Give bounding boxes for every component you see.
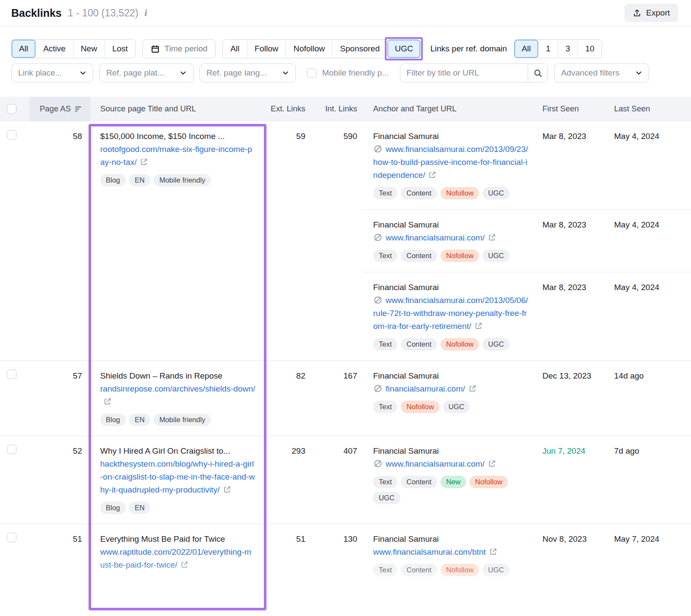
select-all-checkbox[interactable] [7, 104, 16, 114]
column-header-anchor[interactable]: Anchor and Target URL [363, 97, 542, 121]
backlink-tags: TextContentNofollowUGC [373, 564, 529, 576]
tab-sponsored[interactable]: Sponsored [332, 40, 387, 58]
anchor-cell: Financial Samurai www.financialsamurai.c… [363, 533, 542, 576]
column-header-source[interactable]: Source page Title and URL [91, 97, 266, 121]
source-page-title: Why I Hired A Girl On Craigslist to... [100, 445, 256, 458]
attribute-badge: EN [129, 174, 150, 186]
first-seen-header-label: First Seen [542, 104, 579, 114]
source-page-url-link[interactable]: hackthesystem.com/blog/why-i-hired-a-gir… [100, 459, 255, 494]
external-link-icon [139, 158, 148, 166]
link-placement-label: Link place... [18, 68, 62, 78]
nofollow-icon [373, 144, 383, 154]
page-as-value: 52 [29, 436, 91, 524]
backlink-entries: Financial Samurai www.financialsamurai.c… [363, 436, 691, 524]
backlinks-table: Page AS Source page Title and URL Ext. L… [0, 97, 691, 586]
backlink-entries: Financial Samurai financialsamurai.com/ … [363, 361, 691, 436]
info-icon[interactable]: i [144, 7, 147, 19]
row-checkbox[interactable] [7, 370, 16, 379]
target-url-link[interactable]: www.financialsamurai.com/btnt [373, 547, 498, 556]
last-seen-value: 14d ago [614, 370, 691, 413]
backlink-entries: Financial Samurai www.financialsamurai.c… [363, 121, 691, 360]
nofollow-badge: Nofollow [469, 476, 508, 488]
int-links-value: 130 [310, 524, 363, 586]
attribute-badge: UGC [443, 401, 470, 413]
link-placement-dropdown[interactable]: Link place... [11, 63, 93, 82]
nofollow-badge: Nofollow [441, 250, 479, 262]
source-url-line: www.raptitude.com/2022/01/everything-mus… [100, 546, 256, 572]
target-url-link[interactable]: financialsamurai.com/ [386, 384, 477, 393]
tab-all[interactable]: All [223, 40, 247, 58]
target-url-line: www.financialsamurai.com/ [373, 458, 529, 471]
source-cell: Everything Must Be Paid for Twice www.ra… [91, 524, 266, 586]
ext-links-value: 59 [266, 121, 310, 360]
tab-active[interactable]: Active [35, 40, 73, 58]
column-header-page-as[interactable]: Page AS [29, 97, 91, 121]
tab-10[interactable]: 10 [577, 40, 602, 58]
advanced-filters-dropdown[interactable]: Advanced filters [554, 63, 649, 82]
source-page-url-link[interactable]: rootofgood.com/make-six-figure-income-pa… [100, 145, 252, 167]
anchor-cell: Financial Samurai www.financialsamurai.c… [363, 445, 542, 504]
column-header-int-links[interactable]: Int. Links [310, 97, 363, 121]
mobile-friendly-checkbox[interactable] [307, 68, 317, 78]
backlink-tags: TextContentNofollowUGC [373, 187, 529, 199]
ext-links-header-label: Ext. Links [271, 104, 305, 114]
target-url-link[interactable]: www.financialsamurai.com/ [386, 233, 496, 242]
backlink-entry: Financial Samurai www.financialsamurai.c… [363, 272, 691, 360]
page-as-header-label: Page AS [40, 104, 71, 114]
mobile-friendly-filter: Mobile friendly p... [307, 68, 389, 78]
target-url-link[interactable]: www.financialsamurai.com/2013/09/23/how-… [373, 145, 528, 180]
column-header-first-seen[interactable]: First Seen [542, 97, 614, 121]
target-url-link[interactable]: www.financialsamurai.com/ [386, 459, 496, 468]
last-seen-value: 7d ago [614, 445, 691, 504]
backlink-entry: Financial Samurai www.financialsamurai.c… [363, 436, 691, 514]
tab-ugc[interactable]: UGC [387, 40, 420, 58]
backlink-tags: TextContentNofollowUGC [373, 250, 529, 262]
tab-1[interactable]: 1 [538, 40, 558, 58]
external-link-icon [488, 459, 496, 468]
status-filter-tabs: AllActiveNewLost [11, 39, 136, 58]
tab-follow[interactable]: Follow [247, 40, 286, 58]
ref-page-platform-dropdown[interactable]: Ref. page plat... [99, 63, 193, 82]
tab-3[interactable]: 3 [558, 40, 578, 58]
source-page-url-link[interactable]: www.raptitude.com/2022/01/everything-mus… [100, 547, 251, 569]
source-page-tags: BlogENMobile friendly [100, 174, 256, 186]
tab-nofollow[interactable]: Nofollow [285, 40, 332, 58]
tab-lost[interactable]: Lost [105, 40, 135, 58]
new-badge: New [441, 476, 466, 488]
ref-page-language-dropdown[interactable]: Ref. page lang... [200, 63, 296, 82]
tab-all[interactable]: All [12, 40, 35, 58]
column-header-ext-links[interactable]: Ext. Links [266, 97, 310, 121]
source-page-url-link[interactable]: randsinrepose.com/archives/shields-down/ [100, 384, 255, 406]
mobile-friendly-label: Mobile friendly p... [322, 68, 389, 78]
last-seen-value: May 4, 2024 [614, 281, 691, 351]
row-checkbox[interactable] [7, 445, 16, 454]
nofollow-icon [373, 459, 383, 468]
anchor-text: Financial Samurai [373, 130, 529, 143]
backlinks-report-page: Backlinks 1 - 100 (13,522) i Export AllA… [0, 0, 691, 616]
tab-all[interactable]: All [514, 40, 538, 58]
column-header-last-seen[interactable]: Last Seen [614, 97, 691, 121]
tab-new[interactable]: New [73, 40, 105, 58]
anchor-text: Financial Samurai [373, 533, 529, 546]
ref-page-language-label: Ref. page lang... [206, 68, 266, 78]
ref-page-platform-label: Ref. page plat... [106, 68, 164, 78]
export-button[interactable]: Export [624, 4, 678, 22]
time-period-button[interactable]: Time period [143, 39, 216, 58]
attribute-badge: UGC [482, 250, 510, 262]
row-checkbox[interactable] [7, 533, 16, 542]
search-button[interactable] [528, 64, 548, 82]
external-link-icon [180, 560, 189, 569]
target-url-link[interactable]: www.financialsamurai.com/2013/05/06/rule… [373, 296, 528, 331]
source-url-line: rootofgood.com/make-six-figure-income-pa… [100, 143, 256, 169]
attribute-badge: UGC [482, 564, 510, 576]
int-links-value: 590 [310, 121, 363, 360]
backlink-tags: TextContentNewNofollowUGC [373, 476, 529, 504]
table-row: 51 Everything Must Be Paid for Twice www… [0, 524, 691, 586]
attribute-badge: Text [373, 338, 397, 351]
nofollow-badge: Nofollow [441, 187, 479, 199]
attribute-badge: EN [129, 414, 150, 426]
row-checkbox[interactable] [7, 130, 16, 139]
search-input[interactable] [400, 64, 528, 82]
table-row: 58 $150,000 Income, $150 Income ... root… [0, 121, 691, 360]
external-link-icon [488, 233, 496, 242]
